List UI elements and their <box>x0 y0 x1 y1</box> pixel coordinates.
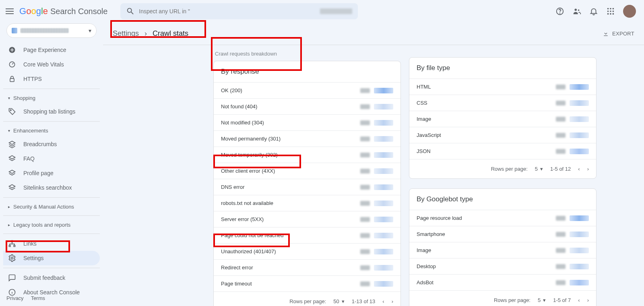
sparkline <box>570 232 589 237</box>
sidebar-item-settings[interactable]: Settings <box>3 251 100 265</box>
table-row[interactable]: Image <box>409 242 596 258</box>
column-right: By file type HTMLCSSImageJavaScriptJSON … <box>409 45 597 306</box>
table-row[interactable]: robots.txt not available <box>214 195 400 211</box>
sidebar-section-shopping[interactable]: ▾Shopping <box>3 91 100 104</box>
breadcrumb-parent[interactable]: Settings <box>113 29 139 38</box>
row-label: Other client error (4XX) <box>221 168 360 174</box>
sparkline <box>374 281 393 287</box>
sidebar-item-breadcrumbs[interactable]: Breadcrumbs <box>3 137 100 151</box>
gear-icon <box>8 254 16 262</box>
percent-blurred <box>556 216 566 221</box>
table-row[interactable]: Page resource load <box>409 210 596 226</box>
sidebar-section-enhancements[interactable]: ▾Enhancements <box>3 124 100 137</box>
row-label: Moved temporarily (302) <box>221 152 360 158</box>
page-header: Settings › Crawl stats EXPORT <box>103 23 644 45</box>
percent-blurred <box>360 185 370 190</box>
sidebar-item-profile-page[interactable]: Profile page <box>3 166 100 180</box>
search-input[interactable] <box>139 8 320 14</box>
menu-icon[interactable] <box>5 6 14 16</box>
sidebar-item-faq[interactable]: FAQ <box>3 151 100 166</box>
percent-blurred <box>360 136 370 141</box>
table-row[interactable]: Desktop <box>409 258 596 274</box>
table-row[interactable]: Moved permanently (301) <box>214 130 400 147</box>
table-row[interactable]: Page could not be reached <box>214 227 400 243</box>
sidebar-item-feedback[interactable]: Submit feedback <box>3 271 100 285</box>
sparkline <box>570 215 589 221</box>
next-page-icon[interactable]: › <box>587 297 589 303</box>
sparkline <box>374 88 393 93</box>
table-row[interactable]: AdsBot <box>409 274 596 290</box>
prev-page-icon[interactable]: ‹ <box>382 298 384 304</box>
svg-point-10 <box>610 13 611 15</box>
sidebar-item-page-experience[interactable]: Page Experience <box>3 43 100 57</box>
page-range: 1-5 of 7 <box>553 297 571 303</box>
pager-by-filetype: Rows per page: 5▾ 1-5 of 12 ‹› <box>409 159 596 178</box>
table-row[interactable]: Not found (404) <box>214 98 400 114</box>
table-row[interactable]: CSS <box>409 95 596 111</box>
card-title: By file type <box>409 58 596 79</box>
table-row[interactable]: Redirect error <box>214 259 400 275</box>
svg-point-1 <box>560 13 560 13</box>
privacy-link[interactable]: Privacy <box>6 295 24 301</box>
sidebar-item-label: HTTPS <box>23 76 42 82</box>
pager-by-googlebot: Rows per page: 5▾ 1-5 of 7 ‹› <box>409 290 596 306</box>
table-row[interactable]: JavaScript <box>409 127 596 143</box>
table-row[interactable]: JSON <box>409 143 596 159</box>
apps-icon[interactable] <box>606 7 615 16</box>
card-title: By Googlebot type <box>409 189 596 210</box>
terms-link[interactable]: Terms <box>31 295 45 301</box>
sidebar-section-legacy[interactable]: ▸Legacy tools and reports <box>3 218 100 231</box>
breadcrumb: Settings › Crawl stats <box>113 29 188 38</box>
rows-per-page-select[interactable]: 5▾ <box>535 166 543 172</box>
logo[interactable]: Google Search Console <box>19 6 107 17</box>
sidebar-item-sitelinks[interactable]: Sitelinks searchbox <box>3 180 100 195</box>
blurred-property <box>320 8 352 14</box>
help-icon[interactable] <box>555 7 564 16</box>
percent-blurred <box>556 232 566 237</box>
table-row[interactable]: Image <box>409 111 596 127</box>
table-row[interactable]: Unauthorized (401/407) <box>214 243 400 259</box>
table-row[interactable]: Not modified (304) <box>214 114 400 130</box>
people-icon[interactable] <box>572 7 581 16</box>
prev-page-icon[interactable]: ‹ <box>578 297 580 303</box>
sparkline <box>374 168 393 174</box>
bell-icon[interactable] <box>589 7 598 16</box>
table-row[interactable]: Other client error (4XX) <box>214 163 400 179</box>
sparkline <box>570 149 589 154</box>
card-by-googlebot: By Googlebot type Page resource loadSmar… <box>409 188 597 306</box>
chevron-down-icon: ▾ <box>540 166 543 172</box>
breadcrumb-current: Crawl stats <box>153 29 188 38</box>
export-button[interactable]: EXPORT <box>603 31 634 37</box>
percent-blurred <box>360 201 370 206</box>
table-row[interactable]: Moved temporarily (302) <box>214 147 400 163</box>
table-row[interactable]: Server error (5XX) <box>214 211 400 227</box>
avatar[interactable] <box>623 5 636 18</box>
table-row[interactable]: OK (200) <box>214 82 400 98</box>
sidebar-item-links[interactable]: Links <box>3 236 100 251</box>
page-range: 1-13 of 13 <box>352 298 376 304</box>
row-label: DNS error <box>221 184 360 190</box>
svg-point-15 <box>10 110 11 111</box>
chevron-down-icon: ▾ <box>543 297 546 303</box>
rows-per-page-select[interactable]: 5▾ <box>538 297 546 303</box>
prev-page-icon[interactable]: ‹ <box>578 166 580 172</box>
next-page-icon[interactable]: › <box>392 298 393 304</box>
table-row[interactable]: HTML <box>409 79 596 95</box>
sidebar-section-security[interactable]: ▸Security & Manual Actions <box>3 200 100 213</box>
sidebar-item-core-web-vitals[interactable]: Core Web Vitals <box>3 57 100 72</box>
property-selector[interactable]: ▾ <box>6 23 97 38</box>
table-row[interactable]: DNS error <box>214 179 400 195</box>
table-row[interactable]: Page timeout <box>214 275 400 292</box>
sidebar-item-https[interactable]: HTTPS <box>3 72 100 86</box>
row-label: Page resource load <box>417 215 556 221</box>
sparkline <box>374 249 393 254</box>
sidebar-item-shopping-tab[interactable]: Shopping tab listings <box>3 104 100 119</box>
rows-per-page-select[interactable]: 50▾ <box>333 298 344 304</box>
layers-icon <box>8 155 16 163</box>
next-page-icon[interactable]: › <box>587 166 589 172</box>
search-input-container[interactable] <box>120 3 358 19</box>
percent-blurred <box>556 264 566 269</box>
svg-point-7 <box>610 10 611 12</box>
table-row[interactable]: Smartphone <box>409 226 596 242</box>
percent-blurred <box>360 104 370 109</box>
